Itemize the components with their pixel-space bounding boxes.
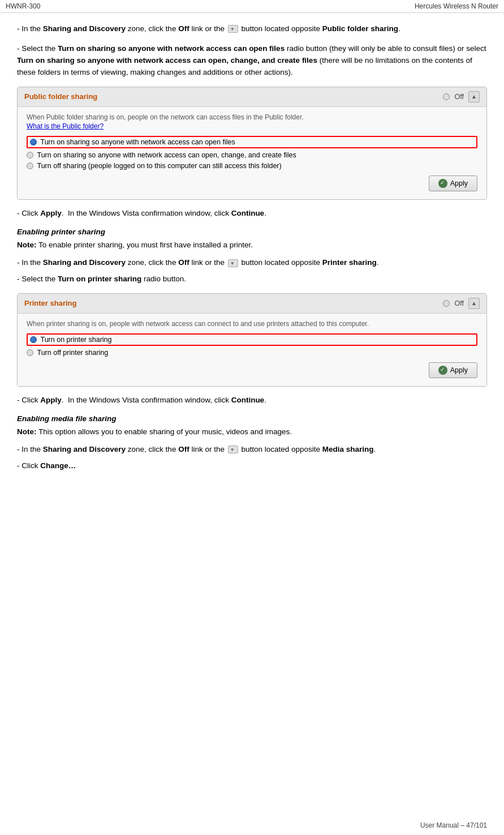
apply-button-1[interactable]: Apply: [429, 175, 477, 191]
instruction-media-2: - Click Change…: [17, 460, 487, 472]
public-folder-desc: When Public folder sharing is on, people…: [27, 113, 477, 132]
screenshot-printer: Printer sharing Off ▲ When printer shari…: [17, 293, 487, 387]
note-bold-1: Note:: [17, 241, 37, 249]
printer-desc: When printer sharing is on, people with …: [27, 319, 477, 329]
apply-icon-1: [438, 179, 447, 188]
public-folder-sharing-bold: Public folder sharing: [322, 24, 398, 33]
off-icon3: [228, 446, 238, 453]
screenshot-printer-header: Printer sharing Off ▲: [18, 294, 486, 314]
note-printer: Note: To enable printer sharing, you mus…: [17, 239, 487, 251]
expand-button-2[interactable]: ▲: [468, 298, 480, 309]
screenshot-public-folder-header: Public folder sharing Off ▲: [18, 87, 486, 107]
continue-bold-1: Continue: [231, 209, 265, 217]
apply-row-2: Apply: [27, 362, 477, 378]
instruction-printer-1: - In the Sharing and Discovery zone, cli…: [17, 257, 487, 269]
public-folder-status: Off: [443, 93, 464, 101]
sharing-discovery-bold1: Sharing and Discovery: [43, 24, 126, 33]
turn-on-sharing-change-bold: Turn on sharing so anyone with network a…: [17, 56, 317, 65]
click-apply-line2: - Click Apply. In the Windows Vista conf…: [17, 395, 487, 406]
intro-paragraph: - In the Sharing and Discovery zone, cli…: [17, 23, 487, 35]
page-header: HWNR-300 Hercules Wireless N Router: [0, 0, 504, 13]
radio-option-1-1[interactable]: Turn on sharing so anyone with network a…: [27, 136, 477, 148]
off-icon2: [228, 259, 238, 267]
status-radio-dot: [443, 93, 450, 100]
header-right: Hercules Wireless N Router: [415, 2, 498, 10]
apply-row-1: Apply: [27, 175, 477, 191]
radio-dot-empty-1: [27, 152, 33, 159]
radio-option-1-2[interactable]: Turn on sharing so anyone with network a…: [27, 151, 477, 159]
change-bold: Change…: [40, 461, 76, 470]
radio-option-2-2[interactable]: Turn off printer sharing: [27, 349, 477, 357]
media-sharing-bold: Media sharing: [322, 445, 374, 453]
header-left: HWNR-300: [6, 2, 40, 10]
sharing-discovery-bold2: Sharing and Discovery: [43, 258, 126, 267]
apply-bold-2: Apply: [40, 396, 62, 404]
select-paragraph: - Select the Turn on sharing so anyone w…: [17, 43, 487, 79]
screenshot-public-folder: Public folder sharing Off ▲ When Public …: [17, 87, 487, 200]
radio-dot-filled-2: [30, 336, 37, 343]
public-folder-title: Public folder sharing: [24, 92, 97, 101]
main-content: - In the Sharing and Discovery zone, cli…: [0, 13, 504, 510]
note-bold-2: Note:: [17, 427, 37, 436]
sharing-discovery-bold3: Sharing and Discovery: [43, 445, 126, 453]
printer-sharing-title: Printer sharing: [24, 299, 76, 307]
section-printer-heading: Enabling printer sharing: [17, 228, 487, 236]
apply-bold-1: Apply: [40, 209, 62, 217]
turn-on-sharing-bold: Turn on sharing so anyone with network a…: [58, 44, 285, 53]
section-media-heading: Enabling media file sharing: [17, 414, 487, 423]
apply-icon-2: [438, 366, 447, 375]
screenshot-printer-body: When printer sharing is on, people with …: [18, 314, 486, 386]
radio-dot-empty-2: [27, 162, 33, 169]
note-media: Note: This option allows you to enable s…: [17, 426, 487, 438]
continue-bold-2: Continue: [231, 396, 265, 404]
off-bold2: Off: [178, 258, 189, 267]
printer-status-dot: [443, 300, 450, 307]
off-bold1: Off: [178, 24, 189, 33]
radio-option-1-3[interactable]: Turn off sharing (people logged on to th…: [27, 162, 477, 170]
apply-button-2[interactable]: Apply: [429, 362, 477, 378]
expand-button-1[interactable]: ▲: [468, 91, 480, 102]
instruction-media-1: - In the Sharing and Discovery zone, cli…: [17, 444, 487, 456]
instruction-printer-2: - Select the Turn on printer sharing rad…: [17, 273, 487, 285]
radio-dot-filled-1: [30, 139, 37, 145]
printer-sharing-status: Off: [443, 299, 464, 307]
radio-option-2-1[interactable]: Turn on printer sharing: [27, 333, 477, 346]
off-icon1: [228, 25, 238, 33]
printer-sharing-bold: Printer sharing: [322, 258, 377, 267]
public-folder-link[interactable]: What is the Public folder?: [27, 122, 104, 130]
radio-dot-empty-3: [27, 349, 33, 356]
turn-on-printer-bold: Turn on printer sharing: [58, 275, 141, 283]
off-bold3: Off: [178, 445, 189, 453]
screenshot-public-folder-body: When Public folder sharing is on, people…: [18, 107, 486, 200]
page-footer: User Manual – 47/101: [420, 821, 487, 829]
click-apply-line1: - Click Apply. In the Windows Vista conf…: [17, 208, 487, 220]
